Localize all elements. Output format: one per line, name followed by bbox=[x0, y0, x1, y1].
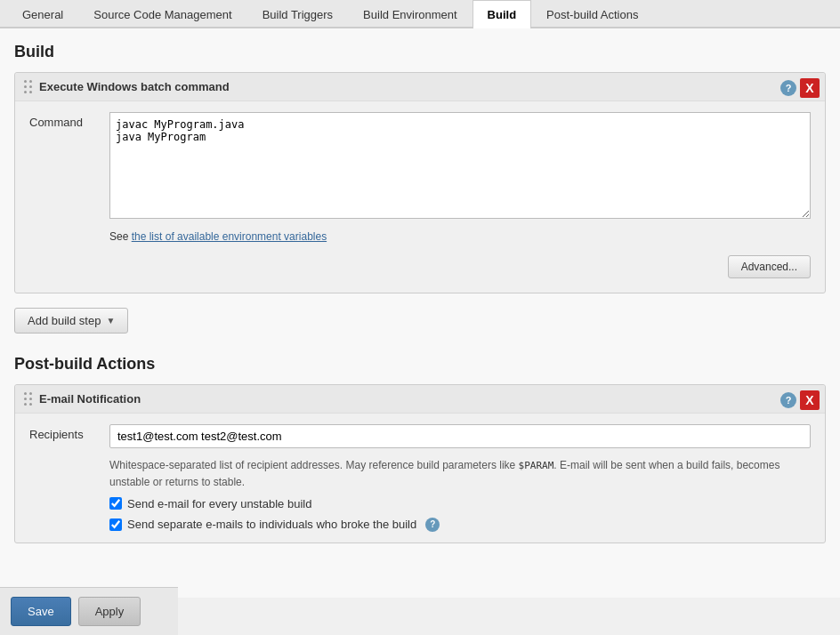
email-drag-handle bbox=[24, 392, 32, 406]
advanced-button[interactable]: Advanced... bbox=[728, 255, 811, 278]
footer-bar: Save Apply bbox=[0, 587, 178, 598]
post-build-section-title: Post-build Actions bbox=[14, 355, 826, 374]
checkbox-every-unstable[interactable] bbox=[109, 497, 122, 510]
recipients-field bbox=[109, 424, 811, 448]
checkbox1-row: Send e-mail for every unstable build bbox=[109, 497, 811, 510]
close-email-card-button[interactable]: X bbox=[800, 390, 820, 410]
helper-text: Whitespace-separated list of recipient a… bbox=[109, 457, 811, 490]
tabs-bar: GeneralSource Code ManagementBuild Trigg… bbox=[0, 0, 840, 28]
card-header: Execute Windows batch command bbox=[15, 73, 825, 101]
tab-build-triggers[interactable]: Build Triggers bbox=[247, 0, 348, 28]
page-content: Build Execute Windows batch command X ? … bbox=[0, 28, 840, 598]
tab-general[interactable]: General bbox=[7, 0, 78, 28]
checkbox2-label: Send separate e-mails to individuals who… bbox=[127, 518, 416, 531]
checkbox-separate-emails[interactable] bbox=[109, 518, 122, 531]
checkboxes-area: Send e-mail for every unstable build Sen… bbox=[109, 497, 811, 532]
build-card-title: Execute Windows batch command bbox=[39, 80, 230, 93]
email-card-title: E-mail Notification bbox=[39, 392, 141, 406]
email-notification-card: E-mail Notification X ? Recipients White… bbox=[14, 384, 826, 543]
helper-text-part1: Whitespace-separated list of recipient a… bbox=[109, 459, 519, 471]
command-row: Command bbox=[29, 112, 811, 221]
recipients-label: Recipients bbox=[29, 424, 109, 441]
email-card-header: E-mail Notification bbox=[15, 385, 825, 414]
helper-param: $PARAM bbox=[519, 460, 554, 471]
checkbox2-row: Send separate e-mails to individuals who… bbox=[109, 518, 811, 532]
tab-build[interactable]: Build bbox=[472, 0, 532, 28]
advanced-btn-row: Advanced... bbox=[29, 252, 811, 282]
email-card-body: Recipients Whitespace-separated list of … bbox=[15, 414, 825, 543]
email-card-help-icon[interactable]: ? bbox=[780, 392, 796, 408]
add-build-step-button[interactable]: Add build step ▼ bbox=[14, 308, 128, 334]
build-card-body: Command See the list of available enviro… bbox=[15, 101, 825, 293]
build-card-help-icon[interactable]: ? bbox=[780, 80, 796, 96]
command-field bbox=[109, 112, 811, 221]
drag-handle bbox=[24, 80, 32, 93]
tab-post-build[interactable]: Post-build Actions bbox=[531, 0, 653, 28]
checkbox2-help-icon[interactable]: ? bbox=[425, 518, 440, 532]
build-section-title: Build bbox=[14, 43, 826, 61]
env-link[interactable]: the list of available environment variab… bbox=[132, 230, 327, 243]
tab-build-environment[interactable]: Build Environment bbox=[348, 0, 472, 28]
apply-button[interactable]: Apply bbox=[78, 597, 141, 598]
command-label: Command bbox=[29, 112, 109, 129]
env-link-row: See the list of available environment va… bbox=[109, 230, 811, 243]
env-link-prefix: See bbox=[109, 230, 132, 243]
dropdown-arrow-icon: ▼ bbox=[106, 316, 115, 326]
tab-source-code[interactable]: Source Code Management bbox=[78, 0, 246, 28]
close-build-card-button[interactable]: X bbox=[800, 78, 820, 98]
recipients-row: Recipients bbox=[29, 424, 811, 448]
save-button[interactable]: Save bbox=[11, 597, 71, 598]
build-step-card: Execute Windows batch command X ? Comman… bbox=[14, 72, 826, 293]
command-textarea[interactable] bbox=[109, 112, 811, 219]
recipients-input[interactable] bbox=[109, 424, 811, 448]
add-build-step-label: Add build step bbox=[28, 314, 101, 327]
checkbox1-label: Send e-mail for every unstable build bbox=[127, 497, 311, 510]
